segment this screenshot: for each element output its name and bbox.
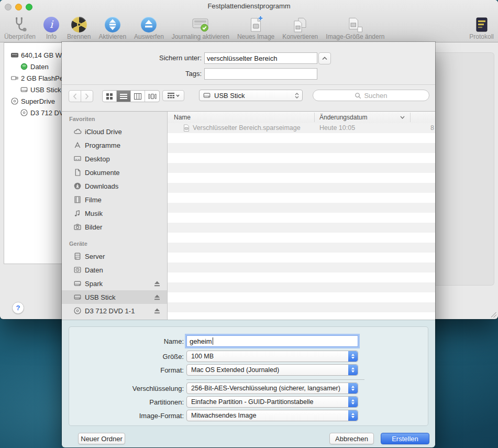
empty-row xyxy=(168,272,435,282)
sidebar-item-programme[interactable]: Programme xyxy=(62,138,168,152)
optical-disc-icon xyxy=(10,97,19,105)
help-button[interactable]: ? xyxy=(12,302,24,314)
save-as-label: Sichern unter: xyxy=(93,54,202,62)
column-header-date[interactable]: Änderungsdatum xyxy=(319,114,367,121)
popup-stepper-icon xyxy=(348,351,358,362)
back-button[interactable] xyxy=(69,90,81,102)
server-icon xyxy=(73,252,82,260)
empty-row xyxy=(168,203,435,213)
chevron-right-icon xyxy=(85,93,89,100)
name-input[interactable]: geheim xyxy=(186,335,358,347)
sidebar-item-label: Spark xyxy=(85,280,103,288)
search-field[interactable]: Suchen xyxy=(313,90,429,101)
toolbar-item-brennen[interactable]: Brennen xyxy=(67,15,91,40)
toolbar-items: ÜberprüfeniInfoBrennenAktivierenAuswerfe… xyxy=(4,15,494,40)
eject-icon[interactable] xyxy=(154,294,160,300)
external-drive-icon xyxy=(73,293,82,301)
icon-view-button[interactable] xyxy=(103,91,117,102)
green-volume-icon xyxy=(20,62,28,71)
empty-row xyxy=(168,213,435,223)
popup-stepper-icon xyxy=(348,410,358,421)
toolbar-item-auswerfen[interactable]: Auswerfen xyxy=(134,15,164,40)
sidebar-item-icloud-drive[interactable]: iCloud Drive xyxy=(62,125,168,138)
sidebar-item-musik[interactable]: Musik xyxy=(62,206,168,220)
document-icon xyxy=(73,168,82,177)
toolbar-item-ueberpruefen[interactable]: Überprüfen xyxy=(4,15,36,40)
sidebar-item-desktop[interactable]: Desktop xyxy=(62,152,168,166)
sidebar-item-dokumente[interactable]: Dokumente xyxy=(62,166,168,179)
save-as-field[interactable]: verschlüsselter Bereich xyxy=(204,52,317,64)
toolbar-item-journaling-aktivieren[interactable]: Journaling aktivieren xyxy=(172,15,229,40)
window-title: Festplattendienstprogramm xyxy=(0,2,498,10)
list-view-button[interactable] xyxy=(117,91,131,102)
burn-icon xyxy=(71,17,87,32)
verify-icon xyxy=(12,17,28,32)
resize-grip[interactable] xyxy=(491,312,496,318)
sidebar-section-title: Favoriten xyxy=(69,116,95,122)
form-row-verschluesselung: Verschlüsselung:256-Bit-AES-Verschlüssel… xyxy=(69,383,428,394)
save-sheet: Sichern unter: verschlüsselter Bereich T… xyxy=(62,42,435,447)
sidebar-item-filme[interactable]: Filme xyxy=(62,193,168,206)
sidebar-item-usb-stick[interactable]: USB Stick xyxy=(62,290,168,304)
location-popup[interactable]: USB Stick xyxy=(199,90,303,101)
sheet-top: Sichern unter: verschlüsselter Bereich T… xyxy=(62,42,435,85)
desktop-icon xyxy=(73,155,82,163)
popup-verschluesselung[interactable]: 256-Bit-AES-Verschlüsselung (sicherer, l… xyxy=(186,383,358,394)
window-toolbar: Festplattendienstprogramm ÜberprüfeniInf… xyxy=(0,0,498,42)
sidebar-item-label: Bilder xyxy=(85,223,102,231)
forward-button[interactable] xyxy=(81,90,93,102)
toolbar-item-info[interactable]: iInfo xyxy=(43,15,59,40)
sidebar-item-label: Filme xyxy=(85,196,102,204)
arrange-button[interactable] xyxy=(162,90,184,101)
popup-image-format[interactable]: Mitwachsendes Image xyxy=(186,410,358,421)
chevron-down-icon xyxy=(176,94,180,97)
sidebar-item-downloads[interactable]: Downloads xyxy=(62,179,168,193)
arrange-icon xyxy=(168,93,174,99)
coverflow-view-icon xyxy=(148,93,157,100)
toolbar-item-image-groesse-aendern[interactable]: Image-Größe ändern xyxy=(326,15,384,40)
empty-row xyxy=(168,233,435,243)
form-row-groesse: Größe:100 MB xyxy=(69,351,428,362)
file-row[interactable]: Verschlüsselter Bereich.sparseimageHeute… xyxy=(168,123,435,133)
file-name: Verschlüsselter Bereich.sparseimage xyxy=(193,124,301,132)
sidebar-item-label: Daten xyxy=(85,266,103,274)
sidebar-item-server[interactable]: Server xyxy=(62,249,168,263)
form-row-name: Name:geheim xyxy=(69,335,428,347)
camera-icon xyxy=(73,223,82,231)
column-divider[interactable] xyxy=(410,113,411,122)
toolbar-item-konvertieren[interactable]: Konvertieren xyxy=(282,15,318,40)
sheet-sidebar: FavoriteniCloud DriveProgrammeDesktopDok… xyxy=(62,112,168,320)
coverflow-view-button[interactable] xyxy=(145,91,159,102)
sidebar-item-spark[interactable]: Spark xyxy=(62,277,168,290)
empty-row xyxy=(168,173,435,183)
empty-row xyxy=(168,163,435,173)
eject-icon[interactable] xyxy=(154,281,160,287)
popup-partitionen[interactable]: Einfache Partition - GUID-Partitionstabe… xyxy=(186,396,358,408)
tags-field[interactable] xyxy=(204,68,317,80)
column-divider[interactable] xyxy=(314,113,315,122)
column-header-name[interactable]: Name xyxy=(174,114,191,121)
form-label-groesse: Größe: xyxy=(69,353,184,360)
toolbar-item-aktivieren[interactable]: Aktivieren xyxy=(98,15,126,40)
popup-format[interactable]: Mac OS Extended (Journaled) xyxy=(186,364,358,376)
sidebar-item-d3-712-dvd-1-1[interactable]: D3 712 DVD 1-1 xyxy=(62,304,168,318)
form-label-verschluesselung: Verschlüsselung: xyxy=(69,385,184,392)
file-browser: FavoriteniCloud DriveProgrammeDesktopDok… xyxy=(62,111,435,320)
popup-groesse[interactable]: 100 MB xyxy=(186,351,358,362)
usb-drive-icon xyxy=(203,91,211,100)
column-view-button[interactable] xyxy=(131,91,145,102)
cancel-button[interactable]: Abbrechen xyxy=(329,433,374,444)
new-folder-button[interactable]: Neuer Ordner xyxy=(78,433,125,444)
sidebar-item-daten[interactable]: Daten xyxy=(62,263,168,277)
sidebar-item-bilder[interactable]: Bilder xyxy=(62,220,168,234)
toolbar-item-protokoll[interactable]: Protokoll xyxy=(469,15,494,40)
form-label-image-format: Image-Format: xyxy=(69,412,184,420)
eject-icon[interactable] xyxy=(154,308,160,314)
toolbar-item-label: Journaling aktivieren xyxy=(172,33,229,40)
expand-button[interactable] xyxy=(318,52,331,64)
toolbar-item-neues-image[interactable]: Neues Image xyxy=(237,15,274,40)
optical-disc-icon xyxy=(20,108,28,117)
internal-drive-icon xyxy=(10,51,19,59)
create-button[interactable]: Erstellen xyxy=(381,433,429,444)
info-icon: i xyxy=(43,17,59,32)
